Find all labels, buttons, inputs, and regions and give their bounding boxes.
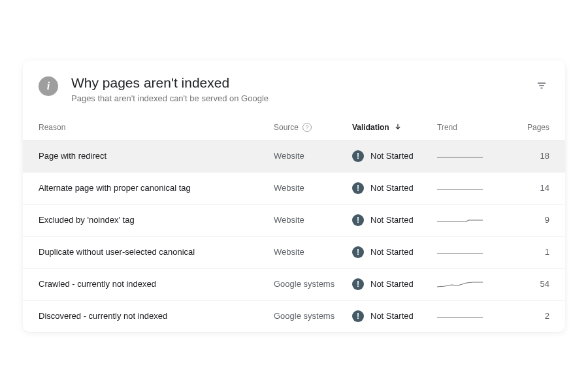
table-row[interactable]: Excluded by 'noindex' tag Website ! Not … [23, 204, 565, 237]
status-icon: ! [352, 214, 364, 226]
reason-cell: Excluded by 'noindex' tag [39, 215, 274, 225]
validation-label: Not Started [370, 279, 414, 289]
status-icon: ! [352, 182, 364, 194]
sparkline-icon [437, 150, 483, 163]
status-icon: ! [352, 310, 364, 322]
table-row[interactable]: Page with redirect Website ! Not Started… [23, 140, 565, 172]
pages-cell: 18 [502, 151, 549, 161]
filter-button[interactable] [534, 78, 549, 93]
reason-cell: Alternate page with proper canonical tag [39, 183, 274, 193]
indexing-card: i Why pages aren't indexed Pages that ar… [23, 61, 565, 332]
validation-cell: ! Not Started [352, 246, 437, 258]
status-icon: ! [352, 278, 364, 290]
pages-cell: 1 [502, 247, 549, 257]
trend-cell [437, 278, 502, 291]
trend-cell [437, 150, 502, 163]
trend-cell [437, 246, 502, 259]
source-cell: Website [274, 215, 352, 225]
validation-cell: ! Not Started [352, 214, 437, 226]
validation-label: Not Started [370, 183, 414, 193]
source-cell: Website [274, 151, 352, 161]
pages-cell: 9 [502, 215, 549, 225]
sparkline-icon [437, 278, 483, 291]
pages-cell: 54 [502, 279, 549, 289]
table-header: Reason Source ? Validation Trend Pages [23, 114, 565, 140]
col-validation-header[interactable]: Validation [352, 123, 437, 132]
reason-cell: Crawled - currently not indexed [39, 279, 274, 289]
col-trend-header[interactable]: Trend [437, 123, 502, 132]
card-subtitle: Pages that aren't indexed can't be serve… [71, 93, 549, 103]
info-icon: i [39, 76, 58, 96]
table-row[interactable]: Crawled - currently not indexed Google s… [23, 269, 565, 301]
validation-label: Not Started [370, 151, 414, 161]
source-cell: Website [274, 247, 352, 257]
validation-cell: ! Not Started [352, 182, 437, 194]
pages-cell: 2 [502, 311, 549, 321]
card-header: i Why pages aren't indexed Pages that ar… [23, 61, 565, 114]
sparkline-icon [437, 310, 483, 323]
table-row[interactable]: Duplicate without user-selected canonica… [23, 237, 565, 269]
sparkline-icon [437, 182, 483, 195]
pages-cell: 14 [502, 183, 549, 193]
card-title: Why pages aren't indexed [71, 75, 549, 91]
validation-label: Not Started [370, 215, 414, 225]
source-cell: Google systems [274, 279, 352, 289]
source-cell: Google systems [274, 311, 352, 321]
help-icon[interactable]: ? [302, 123, 312, 132]
validation-cell: ! Not Started [352, 278, 437, 290]
reason-cell: Discovered - currently not indexed [39, 311, 274, 321]
table-row[interactable]: Alternate page with proper canonical tag… [23, 172, 565, 204]
validation-label: Not Started [370, 247, 414, 257]
status-icon: ! [352, 150, 364, 162]
table-body: Page with redirect Website ! Not Started… [23, 140, 565, 332]
col-source-label: Source [274, 123, 299, 132]
col-source-header[interactable]: Source ? [274, 123, 352, 132]
validation-cell: ! Not Started [352, 310, 437, 322]
source-cell: Website [274, 183, 352, 193]
reason-cell: Duplicate without user-selected canonica… [39, 247, 274, 257]
trend-cell [437, 310, 502, 323]
arrow-down-icon [393, 123, 402, 132]
sparkline-icon [437, 246, 483, 259]
filter-icon [536, 80, 547, 91]
trend-cell [437, 214, 502, 227]
reason-cell: Page with redirect [39, 151, 274, 161]
col-reason-header[interactable]: Reason [39, 123, 274, 132]
sparkline-icon [437, 214, 483, 227]
header-text: Why pages aren't indexed Pages that aren… [71, 75, 549, 103]
status-icon: ! [352, 246, 364, 258]
validation-cell: ! Not Started [352, 150, 437, 162]
trend-cell [437, 182, 502, 195]
col-validation-label: Validation [352, 123, 389, 132]
validation-label: Not Started [370, 311, 414, 321]
table-row[interactable]: Discovered - currently not indexed Googl… [23, 301, 565, 332]
col-pages-header[interactable]: Pages [502, 123, 549, 132]
